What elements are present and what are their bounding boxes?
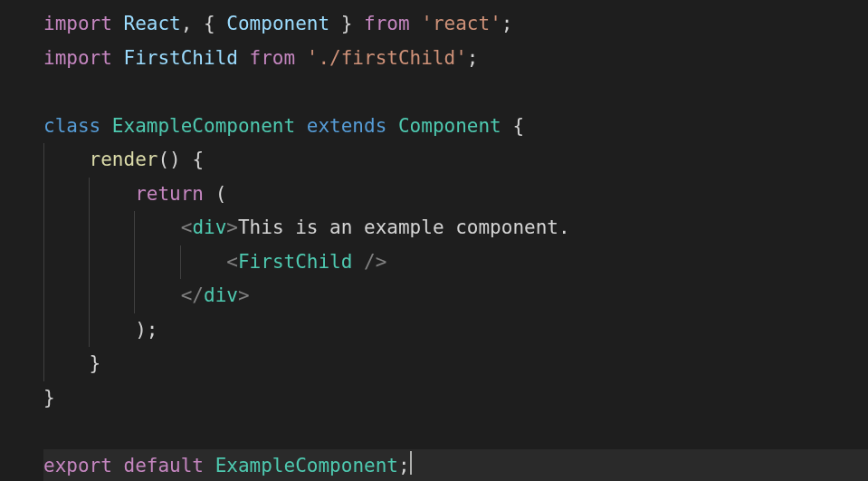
brace: } <box>329 13 352 34</box>
code-line[interactable]: class ExampleComponent extends Component… <box>43 110 868 144</box>
keyword-import: import <box>43 47 112 69</box>
indent <box>43 251 226 273</box>
indent <box>43 149 90 170</box>
punctuation: ); <box>135 319 157 341</box>
code-line[interactable]: return ( <box>43 178 868 212</box>
code-line[interactable]: render() { <box>43 143 868 178</box>
string-literal: './firstChild' <box>307 47 467 69</box>
brace: } <box>90 352 101 374</box>
code-line[interactable]: </div> <box>43 279 868 313</box>
identifier: React <box>124 13 181 34</box>
keyword-import: import <box>43 13 112 34</box>
keyword-class: class <box>43 115 100 137</box>
code-line[interactable]: <FirstChild /> <box>43 245 868 280</box>
code-line[interactable]: ); <box>43 313 868 348</box>
code-line-active[interactable]: export default ExampleComponent; <box>43 449 868 482</box>
jsx-text: This is an example component. <box>238 216 570 238</box>
code-line[interactable]: } <box>43 381 868 416</box>
keyword-export: export <box>43 455 112 476</box>
identifier: FirstChild <box>112 47 238 69</box>
punctuation: ; <box>501 13 513 34</box>
code-line[interactable] <box>43 75 868 110</box>
string-literal: 'react' <box>421 13 501 34</box>
keyword-from: from <box>238 47 307 69</box>
class-name: ExampleComponent <box>100 115 295 137</box>
punctuation: ( <box>204 183 226 205</box>
code-line[interactable] <box>43 415 868 449</box>
code-line[interactable]: <div>This is an example component. <box>43 211 868 245</box>
jsx-bracket: /> <box>352 251 386 273</box>
keyword-from: from <box>352 13 421 34</box>
keyword-extends: extends <box>295 115 386 137</box>
brace: { <box>501 115 524 137</box>
jsx-bracket: > <box>226 216 238 238</box>
brace: } <box>43 387 55 409</box>
text-cursor <box>410 451 412 475</box>
code-line[interactable]: import React, { Component } from 'react'… <box>43 7 868 42</box>
jsx-tag: div <box>204 284 238 306</box>
indent <box>43 352 90 374</box>
keyword-default: default <box>112 455 204 476</box>
punctuation: ; <box>467 47 479 69</box>
jsx-tag: div <box>192 216 226 238</box>
code-line[interactable]: } <box>43 347 868 381</box>
jsx-component: FirstChild <box>238 251 352 273</box>
punctuation: () <box>157 149 180 170</box>
jsx-bracket: < <box>226 251 238 273</box>
brace: { <box>204 13 226 34</box>
method-name: render <box>90 149 158 170</box>
jsx-bracket: < <box>181 216 193 238</box>
class-name: Component <box>386 115 501 137</box>
identifier: Component <box>226 13 329 34</box>
punctuation: ; <box>398 455 410 476</box>
indent <box>43 284 181 306</box>
code-line[interactable]: import FirstChild from './firstChild'; <box>43 42 868 76</box>
jsx-bracket: > <box>238 284 250 306</box>
jsx-bracket: </ <box>181 284 204 306</box>
brace: { <box>181 149 204 170</box>
indent <box>43 216 181 238</box>
punctuation: , <box>181 13 204 34</box>
keyword-return: return <box>135 183 204 205</box>
identifier: ExampleComponent <box>204 455 398 476</box>
code-editor[interactable]: import React, { Component } from 'react'… <box>0 7 868 481</box>
